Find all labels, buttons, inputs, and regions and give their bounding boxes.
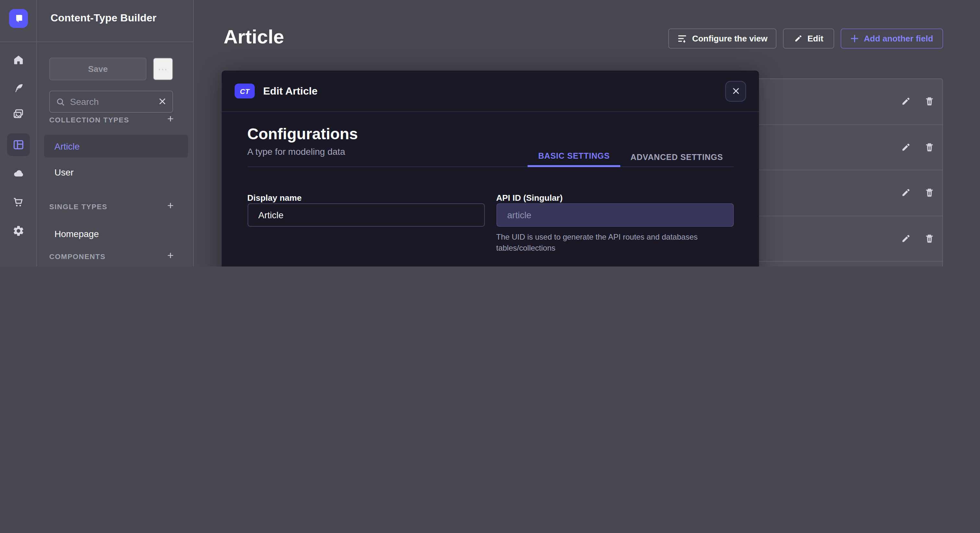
display-name-input[interactable]: Article bbox=[247, 203, 485, 227]
edit-field-icon[interactable] bbox=[898, 140, 913, 155]
pencil-icon bbox=[794, 34, 802, 43]
edit-field-icon[interactable] bbox=[898, 231, 913, 246]
sidebar-title: Content-Type Builder bbox=[51, 12, 156, 24]
page-title: Article bbox=[224, 26, 284, 48]
delete-field-icon[interactable] bbox=[922, 231, 937, 246]
nav-rail: KD bbox=[0, 0, 37, 266]
delete-field-icon[interactable] bbox=[922, 140, 937, 155]
sidebar-item-article[interactable]: Article bbox=[44, 135, 188, 157]
close-icon bbox=[732, 87, 739, 95]
clear-search-icon[interactable] bbox=[159, 97, 166, 107]
settings-tabs: BASIC SETTINGS ADVANCED SETTINGS bbox=[528, 147, 733, 167]
save-button[interactable]: Save bbox=[49, 58, 146, 80]
add-component-button[interactable]: + bbox=[165, 251, 176, 260]
edit-article-modal: CT Edit Article Configurations A type fo… bbox=[222, 71, 759, 266]
edit-field-icon[interactable] bbox=[898, 94, 913, 109]
section-single-types: SINGLE TYPES bbox=[49, 203, 107, 211]
plugin-sidebar: Content-Type Builder Save ⋯ Search COLLE… bbox=[37, 0, 194, 266]
add-another-field-button[interactable]: Add another field bbox=[840, 29, 943, 49]
api-id-singular-input[interactable]: article bbox=[496, 203, 733, 227]
section-components: COMPONENTS bbox=[49, 252, 106, 260]
configurations-subheading: A type for modeling data bbox=[247, 146, 345, 157]
sidebar-item-user[interactable]: User bbox=[54, 167, 73, 178]
gear-icon[interactable] bbox=[0, 219, 37, 242]
section-collection-types: COLLECTION TYPES bbox=[49, 116, 129, 124]
content-type-builder-icon[interactable] bbox=[7, 133, 30, 156]
search-placeholder: Search bbox=[70, 97, 99, 107]
sidebar-item-homepage[interactable]: Homepage bbox=[54, 228, 99, 239]
tab-advanced-settings[interactable]: ADVANCED SETTINGS bbox=[620, 147, 733, 167]
configure-icon bbox=[677, 34, 687, 43]
sidebar-header-divider bbox=[37, 41, 194, 42]
search-input[interactable]: Search bbox=[49, 90, 173, 113]
cart-icon[interactable] bbox=[0, 190, 37, 214]
edit-button[interactable]: Edit bbox=[783, 29, 834, 49]
api-id-plural-label: API ID (Plural) bbox=[496, 265, 552, 266]
media-icon[interactable] bbox=[0, 102, 37, 125]
display-name-label: Display name bbox=[247, 193, 302, 203]
search-icon bbox=[56, 97, 65, 106]
configure-view-button[interactable]: Configure the view bbox=[668, 29, 776, 49]
cloud-icon[interactable] bbox=[0, 162, 37, 185]
add-single-type-button[interactable]: + bbox=[165, 201, 176, 211]
feather-icon[interactable] bbox=[0, 76, 37, 100]
plus-icon bbox=[850, 34, 859, 43]
tab-basic-settings[interactable]: BASIC SETTINGS bbox=[528, 147, 620, 167]
strapi-logo-icon bbox=[13, 13, 24, 24]
edit-field-icon[interactable] bbox=[898, 185, 913, 201]
delete-field-icon[interactable] bbox=[922, 185, 937, 201]
rail-divider bbox=[0, 41, 37, 42]
app-root: KD Content-Type Builder Save ⋯ Search CO… bbox=[0, 0, 980, 266]
more-options-button[interactable]: ⋯ bbox=[153, 58, 173, 80]
close-button[interactable] bbox=[725, 81, 746, 102]
home-icon[interactable] bbox=[0, 48, 37, 71]
content-type-badge: CT bbox=[235, 84, 255, 98]
api-id-singular-label: API ID (Singular) bbox=[496, 193, 563, 203]
api-id-singular-helper: The UID is used to generate the API rout… bbox=[496, 232, 733, 254]
strapi-logo[interactable] bbox=[9, 9, 28, 28]
configurations-heading: Configurations bbox=[247, 125, 358, 143]
delete-field-icon[interactable] bbox=[922, 94, 937, 109]
modal-header: CT Edit Article bbox=[222, 71, 759, 112]
modal-title: Edit Article bbox=[263, 85, 318, 97]
add-collection-type-button[interactable]: + bbox=[165, 115, 176, 124]
